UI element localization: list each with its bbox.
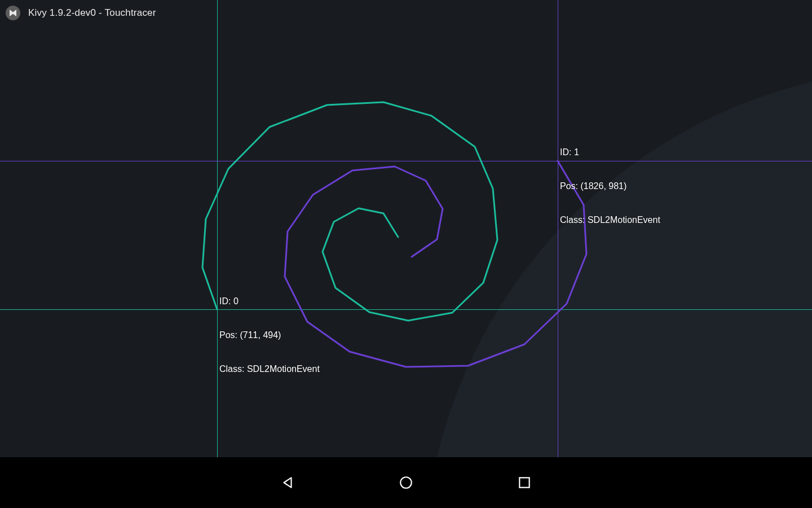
nav-recent-button[interactable] [513,471,536,494]
titlebar: Kivy 1.9.2-dev0 - Touchtracer [0,0,156,26]
touch1-class: Class: SDL2MotionEvent [560,214,660,226]
touch1-pos: Pos: (1826, 981) [560,181,660,192]
touch0-crosshair-vertical [217,0,218,457]
touch1-trace [285,161,586,367]
svg-rect-2 [519,478,529,487]
square-recent-icon [517,475,532,490]
touch1-crosshair-vertical [558,0,558,457]
touch0-id: ID: 0 [219,296,320,307]
window-title: Kivy 1.9.2-dev0 - Touchtracer [28,7,156,19]
touch0-class: Class: SDL2MotionEvent [219,364,320,375]
nav-back-button[interactable] [276,471,299,494]
triangle-back-icon [280,475,295,490]
app-canvas[interactable]: Kivy 1.9.2-dev0 - Touchtracer ID: 0 Pos:… [0,0,812,457]
touch-traces [0,0,812,457]
background-arc [0,0,812,457]
touch1-crosshair-horizontal [0,161,812,161]
touch1-id: ID: 1 [560,147,660,158]
touch0-crosshair-horizontal [0,309,812,310]
touch1-info-label: ID: 1 Pos: (1826, 981) Class: SDL2Motion… [560,124,660,248]
touch0-info-label: ID: 0 Pos: (711, 494) Class: SDL2MotionE… [219,273,320,397]
circle-home-icon [399,475,413,490]
device-screen: Kivy 1.9.2-dev0 - Touchtracer ID: 0 Pos:… [0,0,812,508]
kivy-logo-icon [6,6,20,20]
svg-point-1 [400,477,412,488]
nav-home-button[interactable] [395,471,417,494]
touch0-pos: Pos: (711, 494) [219,330,320,341]
android-navbar [0,457,812,508]
